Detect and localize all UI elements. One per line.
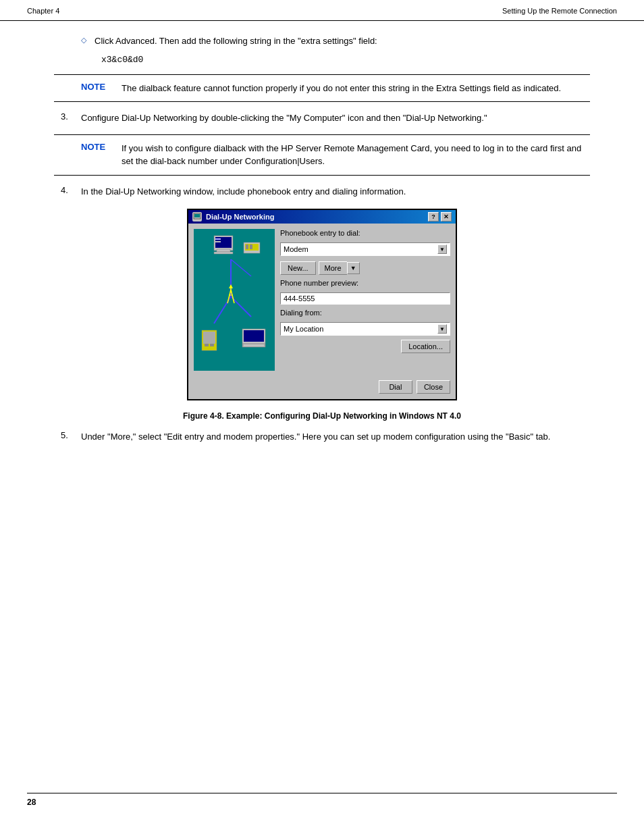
close-dialog-button[interactable]: Close bbox=[417, 380, 450, 394]
step-3-text: Configure Dial-Up Networking by double-c… bbox=[81, 111, 487, 125]
header-right: Setting Up the Remote Connection bbox=[502, 7, 617, 15]
svg-rect-10 bbox=[214, 252, 233, 254]
step-3-number: 3. bbox=[54, 111, 81, 125]
note-box-2: NOTE If you wish to configure dialback w… bbox=[54, 134, 590, 176]
location-button[interactable]: Location... bbox=[401, 340, 450, 353]
dialog-title: Dial-Up Networking bbox=[206, 213, 274, 221]
phonebook-label: Phonebook entry to dial: bbox=[280, 229, 450, 237]
more-button-group: More ▼ bbox=[319, 261, 360, 275]
step-5-text: Under "More," select "Edit entry and mod… bbox=[81, 430, 550, 444]
step-5: 5. Under "More," select "Edit entry and … bbox=[27, 430, 617, 444]
phone-preview-input[interactable] bbox=[280, 292, 450, 305]
step-3: 3. Configure Dial-Up Networking by doubl… bbox=[27, 111, 617, 125]
dialing-from-value: My Location bbox=[284, 325, 323, 333]
more-button-arrow[interactable]: ▼ bbox=[347, 262, 360, 274]
page-header: Chapter 4 Setting Up the Remote Connecti… bbox=[0, 0, 644, 21]
svg-rect-12 bbox=[215, 241, 221, 242]
step-4: 4. In the Dial-Up Networking window, inc… bbox=[27, 185, 617, 199]
svg-rect-1 bbox=[194, 214, 200, 217]
svg-rect-15 bbox=[246, 244, 248, 249]
dialog-window: Dial-Up Networking ? ✕ bbox=[187, 209, 457, 400]
more-button-main[interactable]: More bbox=[319, 261, 347, 275]
dialing-from-arrow[interactable]: ▼ bbox=[437, 324, 447, 334]
dial-button[interactable]: Dial bbox=[379, 380, 412, 394]
figure-caption: Figure 4-8. Example: Configuring Dial-Up… bbox=[27, 411, 617, 421]
dialog-titlebar: Dial-Up Networking ? ✕ bbox=[188, 210, 456, 224]
page-footer: 28 bbox=[27, 793, 617, 807]
step-4-number: 4. bbox=[54, 185, 81, 199]
svg-rect-27 bbox=[203, 332, 215, 344]
dialog-body: Phonebook entry to dial: Modem ▼ New... … bbox=[188, 224, 456, 376]
svg-rect-23 bbox=[244, 330, 264, 342]
svg-rect-11 bbox=[215, 238, 221, 240]
page: Chapter 4 Setting Up the Remote Connecti… bbox=[0, 0, 644, 834]
network-svg bbox=[194, 229, 275, 371]
dialog-right-panel: Phonebook entry to dial: Modem ▼ New... … bbox=[280, 229, 450, 371]
dialing-from-label: Dialing from: bbox=[280, 309, 450, 317]
note-label-2: NOTE bbox=[54, 142, 122, 168]
close-title-button[interactable]: ✕ bbox=[441, 212, 452, 221]
dialog-icon bbox=[192, 212, 202, 221]
phone-preview-label: Phone number preview: bbox=[280, 279, 450, 287]
phonebook-dropdown-arrow[interactable]: ▼ bbox=[437, 244, 447, 254]
svg-rect-9 bbox=[217, 249, 230, 252]
bullet-item: ◇ Click Advanced. Then add the following… bbox=[27, 34, 617, 48]
phonebook-value: Modem bbox=[284, 245, 308, 253]
svg-rect-28 bbox=[205, 344, 209, 346]
page-number: 28 bbox=[27, 798, 36, 807]
code-block: x3&c0&d0 bbox=[101, 55, 617, 65]
network-illustration-panel bbox=[194, 229, 275, 371]
step-5-number: 5. bbox=[54, 430, 81, 444]
titlebar-buttons: ? ✕ bbox=[428, 212, 452, 221]
dialing-from-select[interactable]: My Location ▼ bbox=[280, 322, 450, 336]
note-text-1: The dialback feature cannot function pro… bbox=[122, 82, 590, 95]
bullet-text: Click Advanced. Then add the following s… bbox=[95, 34, 377, 48]
dialog-bottom-buttons: Dial Close bbox=[188, 376, 456, 399]
question-button[interactable]: ? bbox=[428, 212, 439, 221]
new-more-buttons: New... More ▼ bbox=[280, 261, 450, 275]
header-left: Chapter 4 bbox=[27, 7, 59, 15]
svg-rect-25 bbox=[244, 344, 264, 346]
phonebook-select[interactable]: Modem ▼ bbox=[280, 242, 450, 256]
note-box-1: NOTE The dialback feature cannot functio… bbox=[54, 74, 590, 103]
svg-rect-29 bbox=[210, 344, 214, 346]
titlebar-left: Dial-Up Networking bbox=[192, 212, 274, 221]
svg-rect-16 bbox=[250, 244, 252, 249]
new-button[interactable]: New... bbox=[280, 261, 316, 275]
diamond-icon: ◇ bbox=[81, 36, 86, 48]
content-area: ◇ Click Advanced. Then add the following… bbox=[0, 21, 644, 494]
note-label-1: NOTE bbox=[54, 82, 122, 95]
step-4-text: In the Dial-Up Networking window, includ… bbox=[81, 185, 406, 199]
note-text-2: If you wish to configure dialback with t… bbox=[122, 142, 590, 168]
